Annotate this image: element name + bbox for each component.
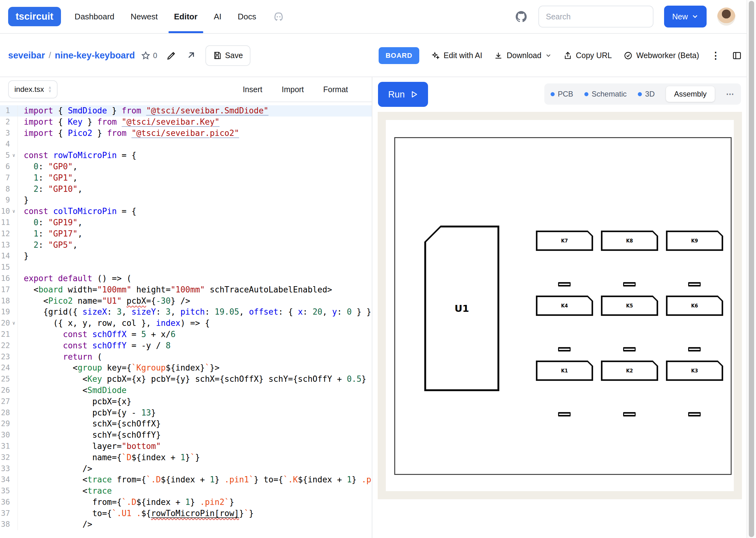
nav-item-ai[interactable]: AI <box>214 0 222 33</box>
code-line-content: import { SmdDiode } from "@tsci/seveibar… <box>18 105 372 117</box>
code-line[interactable]: 37 to={`.U1 .${rowToMicroPin[row]}`} <box>0 508 372 519</box>
nav-item-docs[interactable]: Docs <box>238 0 256 33</box>
key-k8[interactable]: K8 <box>601 231 658 251</box>
code-line[interactable]: 9} <box>0 195 372 206</box>
panel-layout-icon[interactable] <box>732 51 742 60</box>
diode-component[interactable] <box>688 347 701 351</box>
code-line[interactable]: 35 <trace <box>0 486 372 497</box>
new-button[interactable]: New <box>664 6 707 27</box>
code-line[interactable]: 22 const schOffY = -y / 8 <box>0 340 372 351</box>
edit-with-ai-button[interactable]: Edit with AI <box>431 51 483 60</box>
code-line[interactable]: 14} <box>0 250 372 262</box>
diode-component[interactable] <box>623 412 636 416</box>
key-k3[interactable]: K3 <box>666 360 723 381</box>
code-line[interactable]: 26 <SmdDiode <box>0 385 372 396</box>
code-line[interactable]: 16export default () => ( <box>0 273 372 284</box>
diode-component[interactable] <box>623 347 636 351</box>
code-line[interactable]: 6 0: "GP0", <box>0 161 372 173</box>
code-line[interactable]: 10∨const colToMicroPin = { <box>0 206 372 217</box>
key-k4[interactable]: K4 <box>536 296 593 316</box>
code-line[interactable]: 34 <trace from={`.D${index + 1} .pin1`} … <box>0 474 372 486</box>
code-line[interactable]: 36 from={`.D${index + 1} .pin2`} <box>0 497 372 508</box>
fold-arrow-icon[interactable]: ∨ <box>10 318 18 329</box>
webworker-toggle[interactable]: Webworker (Beta) <box>624 51 699 60</box>
open-external-icon[interactable] <box>186 51 196 60</box>
editor-menu-import[interactable]: Import <box>282 85 304 94</box>
fold-arrow-icon[interactable]: ∨ <box>10 150 18 161</box>
code-line[interactable]: 15 <box>0 262 372 273</box>
code-line[interactable]: 1import { SmdDiode } from "@tsci/seveiba… <box>0 105 372 117</box>
code-line[interactable]: 11 0: "GP19", <box>0 217 372 228</box>
code-line[interactable]: 31 layer="bottom" <box>0 441 372 452</box>
diode-component[interactable] <box>558 412 571 416</box>
page-scrollbar[interactable] <box>747 0 756 538</box>
code-line[interactable]: 2import { Key } from "@tsci/seveibar.Key… <box>0 117 372 128</box>
key-k9[interactable]: K9 <box>666 231 723 251</box>
star-count[interactable]: 0 <box>141 51 157 60</box>
download-button[interactable]: Download <box>494 51 551 60</box>
code-line[interactable]: 32 name={`D${index + 1}`} <box>0 452 372 463</box>
nav-item-dashboard[interactable]: Dashboard <box>75 0 114 33</box>
nav-item-editor[interactable]: Editor <box>174 0 198 33</box>
project-owner-link[interactable]: seveibar <box>8 50 45 61</box>
code-line[interactable]: 23 return ( <box>0 351 372 363</box>
tab-schematic[interactable]: Schematic <box>584 90 626 98</box>
code-line[interactable]: 25 <Key pcbX={x} pcbY={y} schX={schOffX}… <box>0 374 372 385</box>
file-selector[interactable]: index.tsx ∧∨ <box>8 80 58 98</box>
code-line[interactable]: 30 schY={schOffY} <box>0 430 372 441</box>
github-icon[interactable] <box>515 10 528 23</box>
code-line[interactable]: 3import { Pico2 } from "@tsci/seveibar.p… <box>0 128 372 139</box>
diode-component[interactable] <box>688 412 701 416</box>
code-line[interactable]: 13 2: "GP5", <box>0 240 372 251</box>
code-line[interactable]: 12 1: "GP17", <box>0 228 372 240</box>
editor-menu-insert[interactable]: Insert <box>243 85 262 94</box>
tab-pcb[interactable]: PCB <box>551 90 573 98</box>
diode-component[interactable] <box>558 282 571 287</box>
tab-assembly[interactable]: Assembly <box>666 86 715 102</box>
code-line[interactable]: 20∨ ({ x, y, row, col }, index) => { <box>0 318 372 329</box>
rename-pencil-icon[interactable] <box>167 51 176 60</box>
tab-3d[interactable]: 3D <box>638 90 655 98</box>
nav-item-newest[interactable]: Newest <box>131 0 158 33</box>
editor-menu-format[interactable]: Format <box>323 85 348 94</box>
code-line[interactable]: 4 <box>0 139 372 150</box>
code-line[interactable]: 29 schX={schOffX} <box>0 418 372 430</box>
diode-component[interactable] <box>688 282 701 287</box>
component-u1[interactable]: U1 <box>424 226 499 391</box>
code-line[interactable]: 8 2: "GP10", <box>0 184 372 195</box>
key-k1[interactable]: K1 <box>536 360 593 381</box>
run-button[interactable]: Run <box>378 82 428 107</box>
key-k6[interactable]: K6 <box>666 296 723 316</box>
tabs-more-button[interactable]: ⋯ <box>726 89 735 99</box>
code-line[interactable]: 21 const schOffX = 5 + x/6 <box>0 329 372 340</box>
line-number: 33 <box>0 463 10 475</box>
code-line[interactable]: 19 {grid({ sizeX: 3, sizeY: 3, pitch: 19… <box>0 306 372 318</box>
code-line[interactable]: 28 pcbY={y - 13} <box>0 407 372 419</box>
code-area[interactable]: 1import { SmdDiode } from "@tsci/seveiba… <box>0 103 372 538</box>
code-line[interactable]: 5∨const rowToMicroPin = { <box>0 150 372 161</box>
project-name-link[interactable]: nine-key-keyboard <box>55 50 135 61</box>
kebab-menu-icon[interactable]: ⋮ <box>711 50 720 61</box>
copy-url-button[interactable]: Copy URL <box>563 51 612 60</box>
tscircuit-logo[interactable]: tscircuit <box>8 7 61 26</box>
diode-component[interactable] <box>623 282 636 287</box>
code-line[interactable]: 7 1: "GP1", <box>0 173 372 184</box>
code-line[interactable]: 33 /> <box>0 463 372 475</box>
code-line[interactable]: 38 /> <box>0 519 372 530</box>
key-k7[interactable]: K7 <box>536 231 593 251</box>
save-button[interactable]: Save <box>205 45 251 66</box>
discord-icon[interactable] <box>272 0 285 33</box>
board-badge[interactable]: BOARD <box>378 47 419 64</box>
search-input[interactable] <box>538 6 654 27</box>
user-avatar[interactable] <box>717 8 735 26</box>
code-line[interactable]: 27 pcbX={x} <box>0 396 372 407</box>
key-k5[interactable]: K5 <box>601 296 658 316</box>
fold-arrow-icon[interactable]: ∨ <box>10 206 18 217</box>
code-line[interactable]: 18 <Pico2 name="U1" pcbX={-30} /> <box>0 296 372 307</box>
scrollbar-thumb[interactable] <box>749 1 754 537</box>
code-line[interactable]: 24 <group key={`Kgroup${index}`}> <box>0 362 372 374</box>
assembly-canvas[interactable]: U1 K7K8K9K4K5K6K1K2K3 <box>378 112 742 499</box>
code-line[interactable]: 17 <board width="100mm" height="100mm" s… <box>0 284 372 296</box>
key-k2[interactable]: K2 <box>601 360 658 381</box>
diode-component[interactable] <box>558 347 571 351</box>
